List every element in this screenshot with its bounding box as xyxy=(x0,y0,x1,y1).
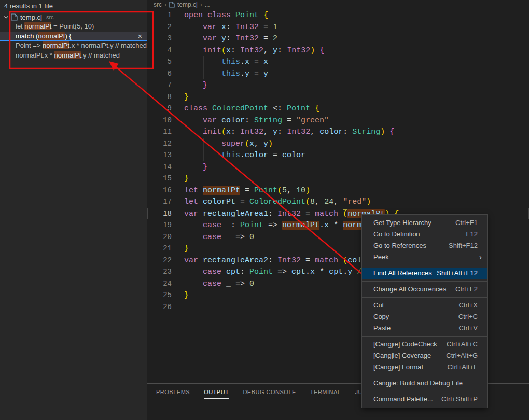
code-token: x xyxy=(263,58,268,66)
code-line[interactable]: 4 init(x: Int32, y: Int32) { xyxy=(147,45,529,57)
menu-item-find-all-references[interactable]: Find All ReferencesShift+Alt+F12 xyxy=(362,268,487,279)
code-line[interactable]: 15} xyxy=(147,173,529,185)
panel-tab-debug-console[interactable]: DEBUG CONSOLE xyxy=(243,389,296,399)
code-line[interactable]: 13 this.color = color xyxy=(147,149,529,161)
code-token: : xyxy=(277,128,287,136)
breadcrumb-item-file[interactable]: temp.cj xyxy=(177,1,198,8)
code-token: 2 xyxy=(273,34,277,43)
line-content: open class Point { xyxy=(172,11,268,20)
menu-item-cangjie-format[interactable]: [Cangjie] FormatCtrl+Alt+F xyxy=(362,361,487,373)
code-token: this xyxy=(184,151,240,160)
menu-item-cangjie-coverage[interactable]: [Cangjie] CoverageCtrl+Alt+G xyxy=(362,350,487,361)
menu-item-label: [Cangjie] CodeCheck xyxy=(373,339,437,350)
code-line[interactable]: 17let colorPt = ColoredPoint(8, 24, "red… xyxy=(147,196,529,208)
menu-item-get-type-hierarchy[interactable]: Get Type HierarchyCtrl+F1 xyxy=(362,217,487,229)
result-text: .y // matched xyxy=(81,51,119,59)
result-row[interactable]: normalPt.x * normalPt.y // matched xyxy=(0,51,147,61)
code-token: 0 xyxy=(249,233,254,242)
match-highlight: normalPt xyxy=(24,22,51,30)
code-line[interactable]: 14 } xyxy=(147,161,529,173)
indent-guide xyxy=(203,68,204,80)
menu-item-copy[interactable]: CopyCtrl+C xyxy=(362,311,487,323)
line-content: this.x = x xyxy=(172,58,268,66)
line-number: 1 xyxy=(147,9,172,21)
result-row[interactable]: let normalPt = Point(5, 10) xyxy=(0,22,147,32)
result-row[interactable]: Point => normalPt.x * normalPt.y // matc… xyxy=(0,41,147,51)
code-token: { xyxy=(319,46,324,55)
code-token: colorPt xyxy=(203,198,235,206)
menu-item-cangjie-codecheck[interactable]: [Cangjie] CodeCheckCtrl+Alt+C xyxy=(362,339,487,350)
menu-item-paste[interactable]: PasteCtrl+V xyxy=(362,323,487,334)
menu-item-cangjie-build-and-debug-file[interactable]: Cangjie: Build and Debug File xyxy=(362,377,487,389)
menu-item-peek[interactable]: Peek› xyxy=(362,251,487,263)
line-number: 16 xyxy=(147,185,172,197)
menu-item-label: [Cangjie] Coverage xyxy=(373,350,431,361)
code-line[interactable]: 12 super(x, y) xyxy=(147,138,529,150)
code-token: ) xyxy=(366,198,371,206)
code-token: ColoredPoint xyxy=(212,104,273,113)
code-line[interactable]: 16let normalPt = Point(5, 10) xyxy=(147,185,529,197)
result-text: Point => xyxy=(16,41,43,49)
code-token: = xyxy=(301,209,315,218)
line-content: init(x: Int32, y: Int32) { xyxy=(172,46,324,55)
code-line[interactable]: 5 this.x = x xyxy=(147,56,529,68)
code-token: y xyxy=(221,34,226,43)
code-token: ColoredPoint xyxy=(249,198,305,206)
menu-item-cut[interactable]: CutCtrl+X xyxy=(362,300,487,311)
code-line[interactable]: 2 var x: Int32 = 1 xyxy=(147,21,529,33)
menu-item-go-to-definition[interactable]: Go to DefinitionF12 xyxy=(362,229,487,240)
close-icon[interactable]: × xyxy=(138,32,142,41)
line-number: 14 xyxy=(147,161,172,173)
code-token: rectangleArea1 xyxy=(203,209,268,218)
code-line[interactable]: 1open class Point { xyxy=(147,9,529,21)
code-token: = xyxy=(282,116,296,125)
code-token: color xyxy=(282,151,305,160)
line-content: this.color = color xyxy=(172,151,305,160)
code-token: var xyxy=(184,23,221,32)
result-text: .x * normalPt.y // matched xyxy=(69,41,147,49)
panel-tab-terminal[interactable]: TERMINAL xyxy=(310,389,341,399)
code-token: match xyxy=(315,256,343,265)
result-file-row[interactable]: temp.cj src xyxy=(0,12,147,22)
code-line[interactable]: 10 var color: String = "green" xyxy=(147,115,529,127)
menu-item-change-all-occurrences[interactable]: Change All OccurrencesCtrl+F2 xyxy=(362,284,487,295)
breadcrumb-item-src[interactable]: src xyxy=(154,1,162,8)
line-number: 7 xyxy=(147,79,172,91)
panel-tab-output[interactable]: OUTPUT xyxy=(204,389,229,399)
panel-tab-problems[interactable]: PROBLEMS xyxy=(156,389,190,399)
code-line[interactable]: 7 } xyxy=(147,79,529,91)
line-number: 21 xyxy=(147,243,172,255)
code-token: let xyxy=(184,198,203,206)
code-token: Point xyxy=(249,268,277,276)
menu-item-go-to-references[interactable]: Go to ReferencesShift+F12 xyxy=(362,240,487,251)
menu-item-label: Get Type Hierarchy xyxy=(373,217,431,229)
menu-item-command-palette[interactable]: Command Palette...Ctrl+Shift+P xyxy=(362,394,487,405)
code-token: = xyxy=(235,198,249,206)
code-token: => xyxy=(268,221,282,230)
menu-separator xyxy=(362,265,487,265)
code-token: this xyxy=(184,69,240,78)
submenu-chevron-icon: › xyxy=(479,251,482,263)
code-token: <: xyxy=(273,104,287,113)
indent-guide xyxy=(185,138,185,150)
chevron-down-icon[interactable] xyxy=(3,13,10,21)
code-token: , xyxy=(333,198,343,206)
code-line[interactable]: 6 this.y = y xyxy=(147,68,529,80)
menu-item-label: Peek xyxy=(373,251,389,263)
code-token: Int32 xyxy=(287,46,310,55)
code-line[interactable]: 8} xyxy=(147,91,529,103)
code-token: x xyxy=(245,58,249,66)
code-line[interactable]: 9class ColoredPoint <: Point { xyxy=(147,103,529,115)
indent-guide xyxy=(203,56,204,68)
menu-item-shortcut: Ctrl+V xyxy=(459,323,478,334)
code-token: var xyxy=(184,116,221,125)
code-token: ( xyxy=(343,256,347,265)
code-token: ( xyxy=(343,209,347,218)
code-line[interactable]: 11 init(x: Int32, y: Int32, color: Strin… xyxy=(147,126,529,138)
code-token: var xyxy=(184,34,221,43)
result-file-name: temp.cj xyxy=(20,13,42,21)
breadcrumb-item-more[interactable]: ... xyxy=(205,1,210,8)
code-token: Int32 xyxy=(240,128,263,136)
result-row[interactable]: match (normalPt) {× xyxy=(0,32,147,41)
code-line[interactable]: 3 var y: Int32 = 2 xyxy=(147,33,529,45)
